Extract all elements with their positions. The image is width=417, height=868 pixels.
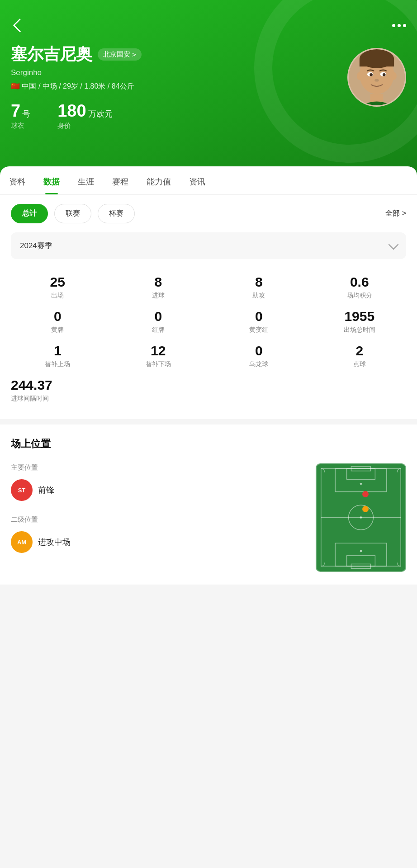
primary-position-name: 前锋: [38, 485, 54, 495]
jersey-number-item: 7 号 球衣: [11, 101, 30, 130]
stat-sub-on: 1 替补上场: [7, 343, 108, 368]
stat-total-time-value: 1955: [309, 309, 410, 324]
svg-point-8: [374, 79, 379, 82]
stat-sub-on-label: 替补上场: [7, 360, 108, 368]
avatar: [347, 48, 406, 107]
player-latin-name: Serginho: [11, 68, 347, 77]
stats-grid-row2: 0 黄牌 0 红牌 0 黄变红 1955 出场总时间: [0, 304, 417, 339]
tabs-bar: 资料 数据 生涯 赛程 能力值 资讯: [0, 166, 417, 195]
svg-rect-16: [335, 469, 387, 492]
secondary-position-group: 二级位置 AM 进攻中场: [11, 515, 307, 553]
stats-grid-row1: 25 出场 8 进球 8 助攻 0.6 场均积分: [0, 270, 417, 304]
market-value-value: 180 万欧元: [57, 101, 112, 121]
stat-red-label: 红牌: [108, 326, 209, 334]
tabs-section: 资料 数据 生涯 赛程 能力值 资讯 总计 联赛 杯赛 全部 > 2024赛季 …: [0, 166, 417, 419]
pitch-container: [316, 463, 406, 572]
svg-point-23: [360, 550, 362, 552]
dot-icon: [392, 24, 395, 27]
tab-career[interactable]: 生涯: [69, 166, 103, 194]
secondary-position-label: 二级位置: [11, 515, 307, 524]
stat-rating-label: 场均积分: [309, 292, 410, 300]
stat-appearances-label: 出场: [7, 292, 108, 300]
stat-own-goal-label: 乌龙球: [208, 360, 309, 368]
stats-grid-row3: 1 替补上场 12 替补下场 0 乌龙球 2 点球: [0, 339, 417, 373]
stat-sub-off-value: 12: [108, 343, 209, 359]
dot-icon: [398, 24, 401, 27]
svg-point-6: [370, 73, 373, 76]
hero-left: 塞尔吉尼奥 北京国安 > Serginho 🇨🇳 中国 / 中场 / 29岁 /…: [11, 43, 347, 130]
tab-schedule[interactable]: 赛程: [103, 166, 137, 194]
stat-red-value: 0: [108, 309, 209, 324]
jersey-unit: 号: [22, 108, 30, 119]
stat-yellow-red-label: 黄变红: [208, 326, 309, 334]
back-button[interactable]: [11, 16, 29, 34]
svg-point-7: [383, 73, 386, 76]
stat-sub-off-label: 替补下场: [108, 360, 209, 368]
secondary-position-dot: [362, 506, 369, 512]
stat-red: 0 红牌: [108, 309, 209, 334]
season-label: 2024赛季: [20, 241, 52, 251]
player-name: 塞尔吉尼奥: [11, 43, 92, 66]
position-list: 主要位置 ST 前锋 二级位置 AM 进攻中场: [11, 463, 307, 560]
stat-penalty: 2 点球: [309, 343, 410, 368]
hero-content: 塞尔吉尼奥 北京国安 > Serginho 🇨🇳 中国 / 中场 / 29岁 /…: [11, 43, 406, 130]
jersey-label: 球衣: [11, 122, 30, 130]
primary-position-group: 主要位置 ST 前锋: [11, 463, 307, 501]
stat-own-goal: 0 乌龙球: [208, 343, 309, 368]
position-section: 场上位置 主要位置 ST 前锋 二级位置 AM 进攻中场: [0, 425, 417, 585]
market-value-label: 身价: [57, 122, 112, 130]
svg-rect-3: [360, 59, 394, 66]
stat-assists-value: 8: [208, 274, 309, 290]
stat-yellow: 0 黄牌: [7, 309, 108, 334]
svg-point-15: [360, 516, 362, 519]
svg-rect-18: [335, 543, 387, 566]
team-badge[interactable]: 北京国安 >: [98, 48, 142, 61]
top-bar: [11, 0, 406, 43]
stat-yellow-value: 0: [7, 309, 108, 324]
filter-cup[interactable]: 杯赛: [98, 204, 135, 223]
market-value-unit: 万欧元: [88, 108, 113, 119]
primary-position-label: 主要位置: [11, 463, 307, 472]
filter-all[interactable]: 全部 >: [385, 209, 406, 218]
primary-position-dot: [362, 491, 369, 497]
hero-section: 塞尔吉尼奥 北京国安 > Serginho 🇨🇳 中国 / 中场 / 29岁 /…: [0, 0, 417, 176]
market-value-item: 180 万欧元 身价: [57, 101, 112, 130]
stat-assists-label: 助攻: [208, 292, 309, 300]
stat-own-goal-value: 0: [208, 343, 309, 359]
filter-total[interactable]: 总计: [11, 204, 48, 223]
pitch-lines-svg: [317, 464, 405, 571]
stat-interval: 244.37 进球间隔时间: [0, 373, 417, 419]
stat-assists: 8 助攻: [208, 274, 309, 300]
svg-point-22: [360, 483, 362, 485]
back-arrow-icon: [13, 18, 27, 32]
more-button[interactable]: [392, 24, 406, 27]
stat-total-time-label: 出场总时间: [309, 326, 410, 334]
stat-rating-value: 0.6: [309, 274, 410, 290]
filter-league[interactable]: 联赛: [54, 204, 91, 223]
primary-position-item: ST 前锋: [11, 479, 307, 501]
stat-rating: 0.6 场均积分: [309, 274, 410, 300]
tab-stats[interactable]: 数据: [34, 166, 69, 194]
filter-row: 总计 联赛 杯赛 全部 >: [0, 195, 417, 232]
season-selector[interactable]: 2024赛季: [11, 232, 406, 259]
stat-penalty-label: 点球: [309, 360, 410, 368]
stat-goals-label: 进球: [108, 292, 209, 300]
stat-interval-label: 进球间隔时间: [11, 395, 406, 403]
team-arrow: >: [132, 51, 136, 58]
stat-sub-off: 12 替补下场: [108, 343, 209, 368]
chevron-down-icon: [389, 239, 399, 250]
stat-yellow-red: 0 黄变红: [208, 309, 309, 334]
stat-yellow-label: 黄牌: [7, 326, 108, 334]
stat-penalty-value: 2: [309, 343, 410, 359]
tab-ability[interactable]: 能力值: [137, 166, 180, 194]
player-meta: 🇨🇳 中国 / 中场 / 29岁 / 1.80米 / 84公斤: [11, 82, 347, 91]
stat-goals: 8 进球: [108, 274, 209, 300]
tab-profile[interactable]: 资料: [0, 166, 34, 194]
team-name: 北京国安: [103, 50, 130, 59]
stat-interval-value: 244.37: [11, 377, 406, 393]
stat-appearances-value: 25: [7, 274, 108, 290]
football-pitch: [316, 463, 406, 572]
position-section-title: 场上位置: [11, 437, 406, 451]
tab-news[interactable]: 资讯: [180, 166, 214, 194]
stat-total-time: 1955 出场总时间: [309, 309, 410, 334]
